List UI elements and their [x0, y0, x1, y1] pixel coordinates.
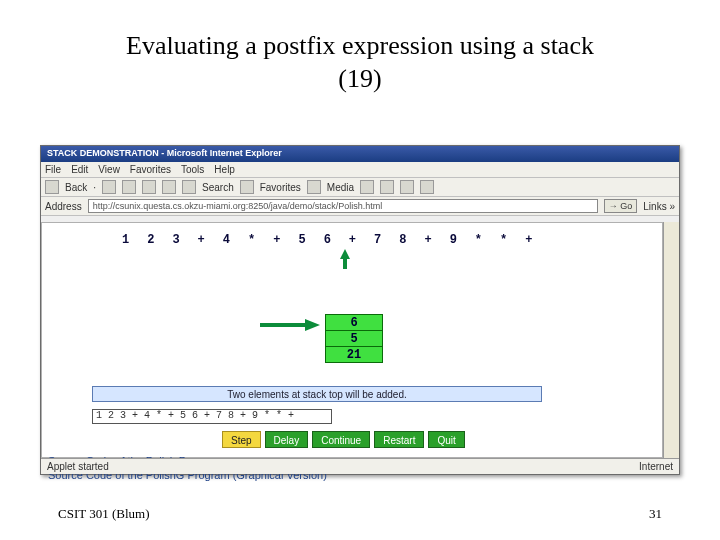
back-button[interactable]: Back: [65, 182, 87, 193]
stop-icon[interactable]: [122, 180, 136, 194]
expr-token: 3: [172, 233, 179, 247]
links-label[interactable]: Links »: [643, 201, 675, 212]
status-right: Internet: [639, 461, 673, 472]
step-button[interactable]: Step: [222, 431, 261, 448]
window-title: STACK DEMONSTRATION - Microsoft Internet…: [47, 148, 282, 158]
go-button[interactable]: → Go: [604, 199, 638, 213]
status-message: Two elements at stack top will be added.: [92, 386, 542, 402]
home-icon[interactable]: [162, 180, 176, 194]
menu-help[interactable]: Help: [214, 164, 235, 175]
expr-token: 9: [450, 233, 457, 247]
back-icon[interactable]: [45, 180, 59, 194]
address-label: Address: [45, 201, 82, 212]
expr-token: 8: [399, 233, 406, 247]
expr-token: +: [525, 233, 532, 247]
expression-row: 1 2 3 + 4 * + 5 6 + 7 8 + 9 * * +: [122, 233, 532, 247]
forward-icon[interactable]: [102, 180, 116, 194]
stack: 6 5 21: [325, 315, 383, 363]
expression-input[interactable]: 1 2 3 + 4 * + 5 6 + 7 8 + 9 * * +: [92, 409, 332, 424]
print-icon[interactable]: [400, 180, 414, 194]
browser-window: STACK DEMONSTRATION - Microsoft Internet…: [40, 145, 680, 475]
slide-title-line1: Evaluating a postfix expression using a …: [126, 31, 594, 60]
menu-view[interactable]: View: [98, 164, 120, 175]
menubar[interactable]: File Edit View Favorites Tools Help: [41, 162, 679, 178]
vertical-scrollbar[interactable]: [663, 222, 679, 458]
continue-button[interactable]: Continue: [312, 431, 370, 448]
window-titlebar[interactable]: STACK DEMONSTRATION - Microsoft Internet…: [41, 146, 679, 162]
expr-token: +: [273, 233, 280, 247]
menu-edit[interactable]: Edit: [71, 164, 88, 175]
delay-button[interactable]: Delay: [265, 431, 309, 448]
status-left: Applet started: [47, 461, 109, 472]
favorites-icon[interactable]: [240, 180, 254, 194]
address-bar: Address http://csunix.questa.cs.okzu-mia…: [41, 197, 679, 216]
footer-course: CSIT 301 (Blum): [58, 506, 150, 522]
search-icon[interactable]: [182, 180, 196, 194]
media-button[interactable]: Media: [327, 182, 354, 193]
history-icon[interactable]: [360, 180, 374, 194]
stack-cell: 21: [325, 346, 383, 363]
favorites-button[interactable]: Favorites: [260, 182, 301, 193]
expr-token: +: [349, 233, 356, 247]
footer-page-number: 31: [649, 506, 662, 522]
menu-favorites[interactable]: Favorites: [130, 164, 171, 175]
mail-icon[interactable]: [380, 180, 394, 194]
url-field[interactable]: http://csunix.questa.cs.okzu-miami.org:8…: [88, 199, 598, 213]
expr-token: 1: [122, 233, 129, 247]
expr-token: +: [198, 233, 205, 247]
search-button[interactable]: Search: [202, 182, 234, 193]
expr-token: 2: [147, 233, 154, 247]
push-arrow-icon: [260, 318, 320, 332]
expr-token: 7: [374, 233, 381, 247]
toolbar: Back · Search Favorites Media: [41, 178, 679, 197]
menu-tools[interactable]: Tools: [181, 164, 204, 175]
control-buttons: Step Delay Continue Restart Quit: [222, 431, 465, 448]
pointer-arrow-icon: [339, 249, 351, 269]
restart-button[interactable]: Restart: [374, 431, 424, 448]
stack-cell: 5: [325, 330, 383, 347]
expr-token: *: [500, 233, 507, 247]
menu-file[interactable]: File: [45, 164, 61, 175]
refresh-icon[interactable]: [142, 180, 156, 194]
expr-token: 5: [298, 233, 305, 247]
quit-button[interactable]: Quit: [428, 431, 464, 448]
status-bar: Applet started Internet: [41, 458, 679, 474]
stack-cell: 6: [325, 314, 383, 331]
applet-canvas: 1 2 3 + 4 * + 5 6 + 7 8 + 9 * * +: [41, 222, 663, 458]
expr-token: 6: [324, 233, 331, 247]
expr-token: *: [248, 233, 255, 247]
slide-title-line2: (19): [338, 64, 381, 93]
edit-icon[interactable]: [420, 180, 434, 194]
expr-token: 4: [223, 233, 230, 247]
media-icon[interactable]: [307, 180, 321, 194]
expr-token: *: [475, 233, 482, 247]
expr-token: +: [424, 233, 431, 247]
